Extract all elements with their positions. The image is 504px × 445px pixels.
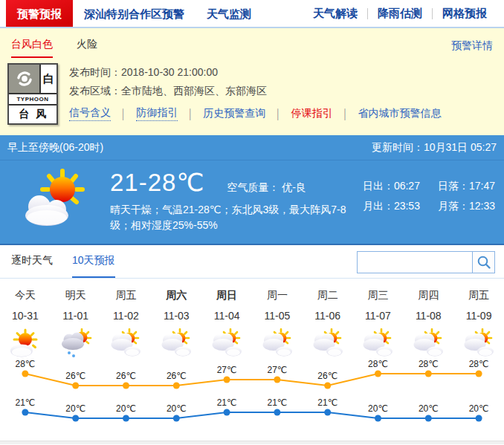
warning-tabs: 台风白色 火险 预警详情	[0, 28, 504, 58]
tab-fire-risk[interactable]: 火险	[77, 38, 97, 58]
update-time: 更新时间：10月31日 05:27	[372, 141, 497, 155]
forecast-day-11-06[interactable]: 周二11-06	[303, 289, 353, 360]
search-box	[357, 251, 495, 273]
issue-time-value: 2018-10-30 21:00:00	[121, 66, 218, 78]
forecast-day-11-07[interactable]: 周三11-07	[353, 289, 404, 360]
issue-time-label: 发布时间：	[69, 66, 121, 78]
temp-label: 28℃	[368, 360, 388, 369]
tab-10day-forecast[interactable]: 10天预报	[72, 245, 115, 278]
weather-forecast-page: 预警预报深汕特别合作区预警天气监测 天气解读降雨估测网格预报 台风白色 火险 预…	[0, 0, 504, 445]
mostly-cloudy-icon	[210, 328, 243, 360]
date-label: 11-09	[453, 310, 504, 322]
day-label: 明天	[51, 289, 101, 302]
sun-moon-item-3: 月落：12:33	[438, 200, 495, 213]
sun-with-cloud-icon	[16, 166, 91, 232]
typhoon-warning-sign: 白 TYPHOON 台风	[7, 63, 58, 125]
temp-point	[173, 415, 180, 422]
temp-point	[324, 383, 331, 389]
forecast-day-11-09[interactable]: 周五11-09	[453, 289, 504, 360]
search-button[interactable]	[472, 252, 494, 273]
temp-label: 20℃	[419, 403, 439, 414]
forecast-day-11-08[interactable]: 周四11-08	[403, 289, 453, 360]
warning-link-1[interactable]: 防御指引	[136, 106, 178, 121]
forecast-day-11-02[interactable]: 周五11-02	[101, 289, 152, 360]
temp-point	[375, 415, 381, 422]
temp-point	[224, 409, 230, 416]
warning-body: 白 TYPHOON 台风 发布时间：2018-10-30 21:00:00 发布…	[0, 58, 504, 125]
day-weather-icon	[403, 328, 453, 360]
temp-label: 28℃	[419, 360, 439, 369]
temp-point	[224, 377, 230, 383]
temp-label: 21℃	[317, 399, 337, 408]
forecast-day-11-03[interactable]: 周六11-03	[151, 289, 201, 360]
sign-color-label: 白	[39, 65, 56, 93]
mostly-cloudy-icon	[160, 328, 193, 360]
warning-link-4[interactable]: 省内城市预警信息	[358, 107, 442, 120]
nav-tab-0[interactable]: 预警预报	[6, 0, 73, 27]
period-title: 早上至傍晚(06-20时)	[7, 141, 103, 155]
day-weather-icon	[151, 328, 201, 360]
warning-link-3[interactable]: 停课指引	[291, 107, 332, 120]
day-label: 周五	[453, 289, 504, 302]
day-weather-icon	[101, 328, 152, 360]
bottom-strip	[0, 441, 504, 444]
day-label: 周三	[353, 289, 404, 302]
day-weather-icon	[0, 328, 51, 360]
temp-label: 20℃	[368, 403, 388, 414]
search-input[interactable]	[358, 252, 472, 273]
current-period-bar: 早上至傍晚(06-20时) 更新时间：10月31日 05:27	[0, 135, 504, 160]
temp-label: 21℃	[267, 399, 287, 408]
temp-label: 27℃	[267, 365, 287, 375]
sign-cn-label: 台风	[9, 104, 56, 123]
warning-link-2[interactable]: 历史预警查询	[203, 107, 265, 120]
mostly-cloudy-icon	[412, 328, 445, 360]
sign-en-label: TYPHOON	[9, 93, 56, 104]
issue-area-value: 全市陆地、西部海区、东部海区	[121, 85, 267, 97]
temp-label: 20℃	[167, 403, 187, 414]
temp-label: 26℃	[167, 371, 187, 381]
temp-point	[476, 371, 482, 377]
forecast-tabbar: 逐时天气 10天预报	[0, 245, 504, 279]
nav-link-2[interactable]: 网格预报	[433, 7, 497, 21]
warning-link-0[interactable]: 信号含义	[69, 106, 111, 121]
issue-time-row: 发布时间：2018-10-30 21:00:00	[69, 65, 451, 79]
current-weather-summary: 21-28℃ 空气质量： 优-良 晴天干燥；气温21-28℃；东北风3级，最大阵…	[110, 168, 359, 233]
temp-label: 21℃	[15, 399, 35, 408]
nav-tab-1[interactable]: 深汕特别合作区预警	[73, 0, 196, 27]
forecast-day-11-05[interactable]: 周一11-05	[252, 289, 303, 360]
day-label: 周四	[403, 289, 453, 302]
nav-link-1[interactable]: 降雨估测	[368, 7, 432, 21]
tab-hourly-weather[interactable]: 逐时天气	[11, 245, 53, 278]
day-weather-icon	[353, 328, 404, 360]
issue-area-row: 发布区域：全市陆地、西部海区、东部海区	[69, 83, 451, 98]
date-label: 10-31	[0, 310, 51, 322]
temp-range: 21-28℃	[110, 168, 204, 197]
mostly-cloudy-icon	[462, 328, 495, 360]
tab-typhoon-white[interactable]: 台风白色	[11, 38, 53, 58]
forecast-day-11-04[interactable]: 周日11-04	[201, 289, 252, 360]
forecast-day-10-31[interactable]: 今天10-31	[0, 289, 51, 360]
link-divider: │	[342, 108, 348, 120]
nav-tab-2[interactable]: 天气监测	[196, 0, 262, 27]
forecast-section: 逐时天气 10天预报 今天10-31明天11-01周五11-02周六11-03周…	[0, 245, 504, 441]
typhoon-spiral-icon	[9, 65, 39, 93]
date-label: 11-06	[303, 310, 353, 322]
sun-moon-times: 日出：06:27日落：17:47月出：23:53月落：12:33	[363, 180, 495, 213]
temp-point	[123, 415, 129, 422]
nav-links: 天气解读降雨估测网格预报	[303, 0, 497, 27]
current-weather-body: 21-28℃ 空气质量： 优-良 晴天干燥；气温21-28℃；东北风3级，最大阵…	[0, 160, 504, 245]
mostly-cloudy-icon	[361, 328, 394, 360]
temp-label: 20℃	[469, 403, 489, 414]
temp-point	[123, 383, 129, 389]
temp-label: 28℃	[469, 360, 489, 369]
day-label: 周六	[151, 289, 201, 302]
temp-label: 21℃	[217, 399, 237, 408]
forecast-day-11-01[interactable]: 明天11-01	[51, 289, 101, 360]
warning-detail-link[interactable]: 预警详情	[451, 39, 493, 58]
nav-tabs: 预警预报深汕特别合作区预警天气监测	[6, 0, 262, 27]
nav-link-0[interactable]: 天气解读	[303, 7, 367, 21]
day-weather-icon	[201, 328, 252, 360]
day-label: 周五	[101, 289, 152, 302]
date-label: 11-08	[403, 310, 453, 322]
sun-moon-item-1: 日落：17:47	[438, 180, 495, 193]
